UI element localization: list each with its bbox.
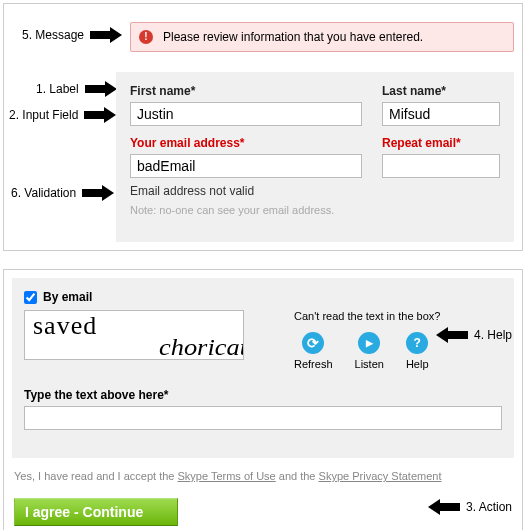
- email-label: Your email address*: [130, 136, 362, 150]
- annotation-label: 1. Label: [36, 82, 117, 96]
- error-icon: !: [139, 30, 153, 44]
- annotation-label: 3. Action: [466, 500, 512, 514]
- arrow-right-icon: [90, 28, 122, 42]
- arrow-left-icon: [436, 328, 468, 342]
- listen-icon: [358, 332, 380, 354]
- captcha-input-label: Type the text above here*: [24, 388, 502, 402]
- refresh-label: Refresh: [294, 358, 333, 370]
- captcha-listen-button[interactable]: Listen: [355, 332, 384, 370]
- annotation-label: 1. Label: [36, 82, 79, 96]
- first-name-label: First name*: [130, 84, 362, 98]
- captcha-word-2: choricat: [159, 334, 244, 360]
- last-name-label: Last name*: [382, 84, 500, 98]
- annotation-label: 4. Help: [474, 328, 512, 342]
- annotation-validation: 6. Validation: [11, 186, 114, 200]
- refresh-icon: [302, 332, 324, 354]
- arrow-right-icon: [84, 108, 116, 122]
- agree-continue-button[interactable]: I agree - Continue: [14, 498, 178, 526]
- annotation-label: 5. Message: [22, 28, 84, 42]
- captcha-word-1: saved: [33, 311, 97, 341]
- by-email-checkbox[interactable]: [24, 291, 37, 304]
- last-name-input[interactable]: [382, 102, 500, 126]
- privacy-link[interactable]: Skype Privacy Statement: [319, 470, 442, 482]
- captcha-refresh-button[interactable]: Refresh: [294, 332, 333, 370]
- annotation-help: 4. Help: [436, 328, 512, 342]
- accept-terms-text: Yes, I have read and I accept the Skype …: [14, 470, 441, 482]
- annotation-label: 2. Input Field: [9, 108, 78, 122]
- repeat-email-label: Repeat email*: [382, 136, 500, 150]
- captcha-cant-read: Can't read the text in the box?: [294, 310, 502, 322]
- help-label: Help: [406, 358, 429, 370]
- annotation-action: 3. Action: [428, 500, 512, 514]
- arrow-left-icon: [428, 500, 460, 514]
- by-email-checkbox-row[interactable]: By email: [24, 290, 502, 304]
- arrow-right-icon: [85, 82, 117, 96]
- listen-label: Listen: [355, 358, 384, 370]
- form-fields-area: First name* Last name* Your email addres…: [116, 72, 514, 242]
- captcha-area: By email saved choricat Can't read the t…: [12, 278, 514, 458]
- email-input[interactable]: [130, 154, 362, 178]
- annotation-message: 5. Message: [22, 28, 122, 42]
- form-panel-bottom: By email saved choricat Can't read the t…: [3, 269, 523, 530]
- error-message-bar: ! Please review information that you hav…: [130, 22, 514, 52]
- annotation-label: 6. Validation: [11, 186, 76, 200]
- captcha-image: saved choricat: [24, 310, 244, 360]
- repeat-email-input[interactable]: [382, 154, 500, 178]
- first-name-input[interactable]: [130, 102, 362, 126]
- error-text: Please review information that you have …: [163, 30, 423, 44]
- captcha-help-button[interactable]: Help: [406, 332, 429, 370]
- email-note: Note: no-one can see your email address.: [130, 204, 362, 216]
- accept-pre: Yes, I have read and I accept the: [14, 470, 178, 482]
- captcha-input[interactable]: [24, 406, 502, 430]
- accept-and: and the: [276, 470, 319, 482]
- help-icon: [406, 332, 428, 354]
- tos-link[interactable]: Skype Terms of Use: [178, 470, 276, 482]
- form-panel-top: 5. Message 1. Label 2. Input Field 6. Va…: [3, 3, 523, 251]
- arrow-right-icon: [82, 186, 114, 200]
- email-validation: Email address not valid: [130, 184, 362, 198]
- by-email-label: By email: [43, 290, 92, 304]
- annotation-input: 2. Input Field: [9, 108, 116, 122]
